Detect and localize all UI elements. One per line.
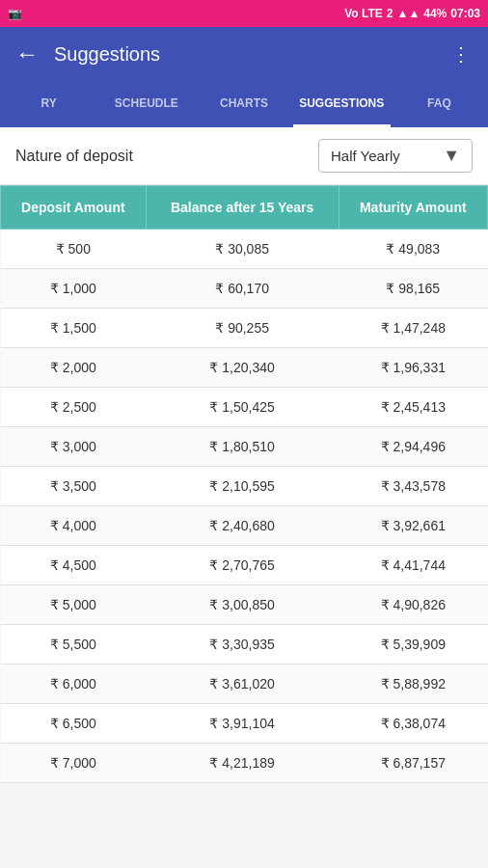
table-row: ₹ 6,000₹ 3,61,020₹ 5,88,992 xyxy=(1,665,488,704)
table-row: ₹ 2,000₹ 1,20,340₹ 1,96,331 xyxy=(1,348,488,388)
table-cell: ₹ 3,61,020 xyxy=(146,665,339,704)
table-cell: ₹ 5,88,992 xyxy=(339,665,487,704)
table-cell: ₹ 1,20,340 xyxy=(146,348,339,388)
table-cell: ₹ 90,255 xyxy=(146,309,339,348)
table-row: ₹ 1,000₹ 60,170₹ 98,165 xyxy=(1,269,488,309)
table-cell: ₹ 4,41,744 xyxy=(339,546,487,585)
table-cell: ₹ 6,500 xyxy=(1,704,147,744)
signal-bars: ▲▲ xyxy=(397,7,420,20)
table-cell: ₹ 3,000 xyxy=(1,427,147,467)
table-cell: ₹ 1,96,331 xyxy=(339,348,487,388)
tab-charts[interactable]: CHARTS xyxy=(195,81,292,127)
tab-ry[interactable]: RY xyxy=(0,81,97,127)
table-cell: ₹ 5,39,909 xyxy=(339,625,487,665)
table-cell: ₹ 4,500 xyxy=(1,546,147,585)
table-cell: ₹ 3,500 xyxy=(1,467,147,506)
status-right: Vo LTE 2 ▲▲ 44% 07:03 xyxy=(344,7,480,20)
app-bar-title: Suggestions xyxy=(54,43,451,66)
table-header-row: Deposit Amount Balance after 15 Years Ma… xyxy=(1,186,488,230)
table-row: ₹ 3,000₹ 1,80,510₹ 2,94,496 xyxy=(1,427,488,467)
app-bar: ← Suggestions ⋮ xyxy=(0,27,488,81)
table-cell: ₹ 3,00,850 xyxy=(146,585,339,625)
table-row: ₹ 4,000₹ 2,40,680₹ 3,92,661 xyxy=(1,506,488,546)
table-cell: ₹ 3,30,935 xyxy=(146,625,339,665)
table-cell: ₹ 3,92,661 xyxy=(339,506,487,546)
table-cell: ₹ 98,165 xyxy=(339,269,487,309)
tab-scheudle[interactable]: SCHEUDLE xyxy=(97,81,195,127)
table-cell: ₹ 30,085 xyxy=(146,230,339,269)
table-cell: ₹ 1,80,510 xyxy=(146,427,339,467)
battery-indicator: 44% xyxy=(423,7,447,20)
table-cell: ₹ 3,91,104 xyxy=(146,704,339,744)
network-indicator: Vo LTE xyxy=(344,7,383,20)
col-deposit-amount: Deposit Amount xyxy=(1,186,147,230)
deposit-type-dropdown[interactable]: Half Yearly ▼ xyxy=(318,139,473,173)
table-row: ₹ 6,500₹ 3,91,104₹ 6,38,074 xyxy=(1,704,488,744)
col-balance-15-years: Balance after 15 Years xyxy=(146,186,339,230)
overflow-menu-button[interactable]: ⋮ xyxy=(451,42,473,66)
table-row: ₹ 2,500₹ 1,50,425₹ 2,45,413 xyxy=(1,388,488,427)
table-cell: ₹ 4,000 xyxy=(1,506,147,546)
table-cell: ₹ 4,90,826 xyxy=(339,585,487,625)
status-left: 📷 xyxy=(8,7,22,20)
deposit-type-value: Half Yearly xyxy=(331,148,400,164)
tab-bar: RY SCHEUDLE CHARTS SUGGESTIONS FAQ xyxy=(0,81,488,127)
table-cell: ₹ 1,50,425 xyxy=(146,388,339,427)
table-cell: ₹ 4,21,189 xyxy=(146,744,339,783)
deposit-label: Nature of deposit xyxy=(15,148,133,165)
table-row: ₹ 4,500₹ 2,70,765₹ 4,41,744 xyxy=(1,546,488,585)
table-cell: ₹ 1,000 xyxy=(1,269,147,309)
table-cell: ₹ 2,70,765 xyxy=(146,546,339,585)
table-cell: ₹ 7,000 xyxy=(1,744,147,783)
col-maturity-amount: Maturity Amount xyxy=(339,186,487,230)
table-row: ₹ 5,500₹ 3,30,935₹ 5,39,909 xyxy=(1,625,488,665)
table-row: ₹ 3,500₹ 2,10,595₹ 3,43,578 xyxy=(1,467,488,506)
table-cell: ₹ 6,000 xyxy=(1,665,147,704)
table-cell: ₹ 2,10,595 xyxy=(146,467,339,506)
table-cell: ₹ 2,94,496 xyxy=(339,427,487,467)
deposit-table: Deposit Amount Balance after 15 Years Ma… xyxy=(0,185,488,783)
table-cell: ₹ 2,45,413 xyxy=(339,388,487,427)
table-cell: ₹ 6,38,074 xyxy=(339,704,487,744)
back-button[interactable]: ← xyxy=(15,41,39,68)
data-table-container: Deposit Amount Balance after 15 Years Ma… xyxy=(0,185,488,868)
table-cell: ₹ 2,40,680 xyxy=(146,506,339,546)
table-row: ₹ 5,000₹ 3,00,850₹ 4,90,826 xyxy=(1,585,488,625)
table-cell: ₹ 5,500 xyxy=(1,625,147,665)
table-row: ₹ 1,500₹ 90,255₹ 1,47,248 xyxy=(1,309,488,348)
tab-suggestions[interactable]: SUGGESTIONS xyxy=(293,81,391,127)
sim-indicator: 2 xyxy=(387,7,393,20)
clock: 07:03 xyxy=(450,7,480,20)
tab-faq[interactable]: FAQ xyxy=(391,81,488,127)
table-row: ₹ 500₹ 30,085₹ 49,083 xyxy=(1,230,488,269)
table-cell: ₹ 2,000 xyxy=(1,348,147,388)
table-cell: ₹ 6,87,157 xyxy=(339,744,487,783)
table-cell: ₹ 1,47,248 xyxy=(339,309,487,348)
nature-of-deposit-section: Nature of deposit Half Yearly ▼ xyxy=(0,127,488,185)
chevron-down-icon: ▼ xyxy=(443,146,460,166)
table-row: ₹ 7,000₹ 4,21,189₹ 6,87,157 xyxy=(1,744,488,783)
camera-icon: 📷 xyxy=(8,7,22,20)
table-cell: ₹ 500 xyxy=(1,230,147,269)
table-cell: ₹ 60,170 xyxy=(146,269,339,309)
table-cell: ₹ 49,083 xyxy=(339,230,487,269)
table-cell: ₹ 5,000 xyxy=(1,585,147,625)
table-cell: ₹ 3,43,578 xyxy=(339,467,487,506)
table-cell: ₹ 1,500 xyxy=(1,309,147,348)
status-bar: 📷 Vo LTE 2 ▲▲ 44% 07:03 xyxy=(0,0,488,27)
table-cell: ₹ 2,500 xyxy=(1,388,147,427)
